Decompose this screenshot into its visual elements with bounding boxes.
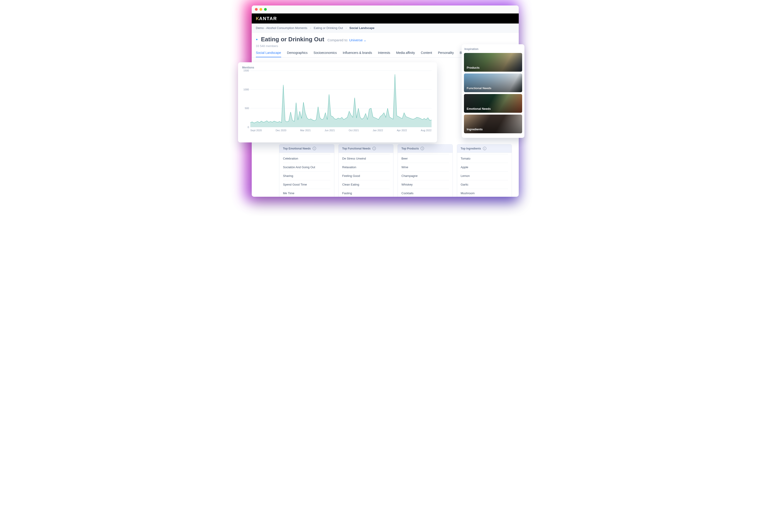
top-functional-needs-card: Top Functional Needsi De Stress Unwind R… — [339, 144, 394, 197]
page-title: Eating or Drinking Out — [261, 36, 324, 43]
card-title: Top Products — [402, 147, 419, 150]
chart-title: Mentions — [242, 66, 431, 69]
list-item[interactable]: Cocktails — [402, 189, 449, 197]
list-item[interactable]: Champagne — [402, 171, 449, 180]
list-item[interactable]: Wine — [402, 163, 449, 171]
list-item[interactable]: Clean Eating — [342, 180, 390, 189]
compared-label: Compared to: — [328, 38, 348, 42]
compared-dropdown[interactable]: Universe ⌄ — [349, 38, 366, 42]
breadcrumb-root[interactable]: Demo - Alcohol Consumption Moments — [256, 26, 307, 30]
tab-social-landscape[interactable]: Social Landscape — [256, 51, 281, 57]
tab-influencers-brands[interactable]: Influencers & brands — [343, 51, 372, 57]
chart-x-tick: Jun 2021 — [325, 129, 335, 132]
card-title: Top Emotional Needs — [283, 147, 311, 150]
window-minimize-button[interactable] — [260, 8, 262, 11]
list-item[interactable]: Lemon — [461, 171, 508, 180]
tab-socioeconomics[interactable]: Socioeconomics — [314, 51, 337, 57]
chart-x-tick: Jan 2022 — [373, 129, 383, 132]
tab-demographics[interactable]: Demographics — [287, 51, 308, 57]
mentions-chart[interactable]: 050010001500 — [250, 70, 431, 127]
list-item[interactable]: Relaxation — [342, 163, 390, 171]
chart-x-labels: Sept 2020Dec 2020Mar 2021Jun 2021Oct 202… — [250, 129, 431, 132]
list-item[interactable]: Apple — [461, 163, 508, 171]
app-topbar: KANTAR — [252, 14, 519, 24]
list-item[interactable]: Beer — [402, 154, 449, 163]
list-item[interactable]: Sharing — [283, 171, 331, 180]
breadcrumb-parent[interactable]: Eating or Drinking Out — [314, 26, 343, 30]
list-item[interactable]: Fasting — [342, 189, 390, 197]
window-close-button[interactable] — [255, 8, 258, 11]
chart-x-tick: Dec 2020 — [276, 129, 286, 132]
window-titlebar — [252, 6, 519, 14]
chevron-right-icon: › — [310, 26, 311, 30]
breadcrumb: Demo - Alcohol Consumption Moments › Eat… — [252, 24, 519, 33]
top-products-card: Top Productsi Beer Wine Champagne Whiske… — [398, 144, 453, 197]
list-item[interactable]: Whiskey — [402, 180, 449, 189]
chart-x-tick: Mar 2021 — [300, 129, 311, 132]
chart-y-tick: 1000 — [242, 88, 249, 91]
inspiration-title: Inspiration — [464, 47, 522, 51]
chevron-right-icon: › — [346, 26, 347, 30]
tab-personality[interactable]: Personality — [438, 51, 454, 57]
top-lists-grid: Top Emotional Needsi Celebration Sociali… — [279, 144, 512, 197]
chart-x-tick: Aug 2022 — [421, 129, 431, 132]
chart-y-tick: 1500 — [242, 69, 249, 72]
chart-x-tick: Sept 2020 — [250, 129, 262, 132]
info-icon[interactable]: i — [313, 147, 316, 150]
chart-x-tick: Oct 2021 — [349, 129, 359, 132]
inspiration-ingredients[interactable]: Ingredients — [464, 114, 522, 133]
chevron-down-icon: ⌄ — [363, 38, 366, 42]
chart-y-tick: 0 — [242, 126, 249, 128]
list-item[interactable]: Celebration — [283, 154, 331, 163]
window-zoom-button[interactable] — [264, 8, 267, 11]
title-marker-icon: ● — [256, 38, 258, 41]
tab-interests[interactable]: Interests — [378, 51, 390, 57]
tab-content[interactable]: Content — [421, 51, 432, 57]
info-icon[interactable]: i — [372, 147, 376, 150]
inspiration-functional-needs[interactable]: Functional Needs — [464, 73, 522, 92]
inspiration-panel: Inspiration Products Functional Needs Em… — [462, 44, 524, 138]
list-item[interactable]: De Stress Unwind — [342, 154, 390, 163]
top-emotional-needs-card: Top Emotional Needsi Celebration Sociali… — [279, 144, 334, 197]
chart-x-tick: Apr 2022 — [397, 129, 407, 132]
tab-media-affinity[interactable]: Media affinity — [396, 51, 415, 57]
top-ingredients-card: Top Ingredientsi Tomato Apple Lemon Garl… — [457, 144, 512, 197]
list-item[interactable]: Socialize And Going Out — [283, 163, 331, 171]
card-title: Top Ingredients — [461, 147, 481, 150]
info-icon[interactable]: i — [483, 147, 486, 150]
mentions-chart-card: Mentions 050010001500 Sept 2020Dec 2020M… — [238, 62, 437, 142]
chart-y-tick: 500 — [242, 107, 249, 110]
card-title: Top Functional Needs — [342, 147, 371, 150]
inspiration-emotional-needs[interactable]: Emotional Needs — [464, 94, 522, 113]
list-item[interactable]: Spend Good Time — [283, 180, 331, 189]
list-item[interactable]: Garlic — [461, 180, 508, 189]
info-icon[interactable]: i — [420, 147, 424, 150]
brand-logo: KANTAR — [256, 16, 277, 21]
list-item[interactable]: Me Time — [283, 189, 331, 197]
list-item[interactable]: Feeling Good — [342, 171, 390, 180]
list-item[interactable]: Tomato — [461, 154, 508, 163]
list-item[interactable]: Mushroom — [461, 189, 508, 197]
breadcrumb-current: Social Landscape — [349, 26, 374, 30]
compared-to: Compared to: Universe ⌄ — [328, 38, 366, 42]
inspiration-products[interactable]: Products — [464, 53, 522, 72]
